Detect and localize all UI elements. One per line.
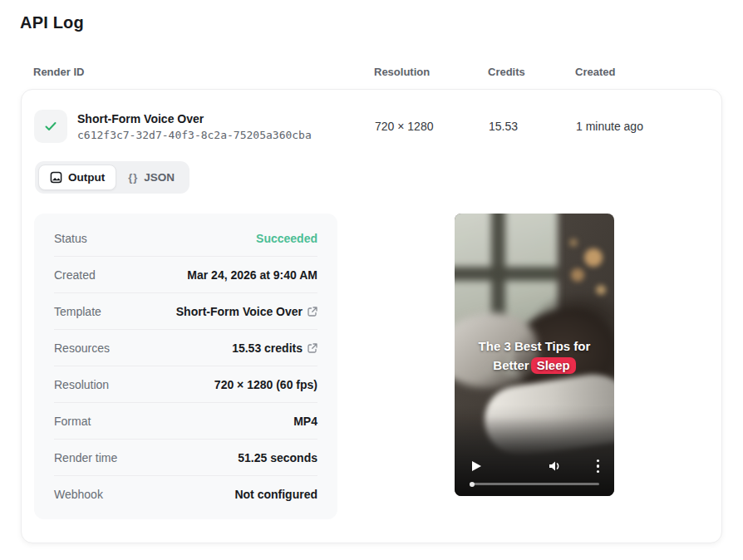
bokeh-light [571,268,584,282]
output-json-tab-group: Output {} JSON [35,161,189,194]
render-uuid: c612f3c7-32d7-40f3-8c2a-75205a360cba [77,129,312,141]
video-player[interactable]: The 3 Best Tips for BetterSleep [455,214,614,496]
detail-value: 720 × 1280 (60 fps) [214,378,317,391]
bokeh-light [584,248,603,267]
check-icon [43,119,58,134]
caption-prefix: Better [493,358,529,372]
detail-label: Status [54,232,87,245]
bokeh-light [569,238,578,247]
detail-label: Render time [54,451,117,464]
tab-output-label: Output [68,171,105,184]
detail-label: Template [54,305,101,318]
external-link-icon [308,343,317,353]
video-preview-area: The 3 Best Tips for BetterSleep [337,214,709,519]
image-icon [50,171,62,184]
detail-row-template: Template Short-Form Voice Over [54,293,317,330]
column-header-render-id: Render ID [33,66,374,78]
cell-created: 1 minute ago [576,120,709,133]
progress-playhead[interactable] [470,482,475,487]
detail-label: Resources [54,341,110,355]
caption-line-1: The 3 Best Tips for [455,336,614,356]
detail-value: Not configured [234,488,317,501]
column-header-resolution: Resolution [374,66,488,78]
detail-row-webhook: Webhook Not configured [54,476,317,513]
video-caption: The 3 Best Tips for BetterSleep [455,336,614,376]
table-row[interactable]: Short-Form Voice Over c612f3c7-32d7-40f3… [34,110,709,143]
resources-link-label: 15.53 credits [232,341,303,355]
more-options-icon[interactable] [597,459,600,474]
column-header-credits: Credits [488,66,575,78]
api-log-page: API Log Render ID Resolution Credits Cre… [0,0,743,543]
detail-label: Created [54,268,96,282]
play-icon[interactable] [470,459,483,473]
output-content: Status Succeeded Created Mar 24, 2026 at… [34,214,709,519]
detail-row-render-time: Render time 51.25 seconds [54,440,317,476]
braces-icon: {} [128,171,138,184]
cell-credits: 15.53 [489,120,576,133]
template-link[interactable]: Short-Form Voice Over [176,305,317,318]
detail-row-created: Created Mar 24, 2026 at 9:40 AM [54,257,317,293]
render-id-cell: Short-Form Voice Over c612f3c7-32d7-40f3… [34,110,375,143]
render-name: Short-Form Voice Over [77,112,312,125]
detail-value: 51.25 seconds [238,451,317,464]
detail-value: MP4 [293,415,317,428]
detail-row-resources: Resources 15.53 credits [54,330,317,366]
detail-label: Webhook [54,488,103,501]
template-link-label: Short-Form Voice Over [176,305,303,318]
tab-json[interactable]: {} JSON [116,165,186,190]
video-progress-bar[interactable] [470,483,599,485]
render-status-badge [34,110,67,143]
table-header-row: Render ID Resolution Credits Created [21,66,723,78]
cell-resolution: 720 × 1280 [375,120,489,133]
tab-output[interactable]: Output [38,165,116,190]
bokeh-light [596,285,606,295]
page-title: API Log [20,13,723,32]
detail-row-format: Format MP4 [54,403,317,440]
column-header-created: Created [575,66,711,78]
status-value: Succeeded [256,232,317,245]
caption-line-2: BetterSleep [455,356,614,375]
caption-highlight: Sleep [531,357,576,374]
detail-value: Mar 24, 2026 at 9:40 AM [187,268,317,282]
render-log-card: Short-Form Voice Over c612f3c7-32d7-40f3… [21,89,722,543]
detail-label: Resolution [54,378,109,391]
render-title-block: Short-Form Voice Over c612f3c7-32d7-40f3… [77,112,312,141]
detail-label: Format [54,415,91,428]
detail-row-resolution: Resolution 720 × 1280 (60 fps) [54,366,317,403]
volume-icon[interactable] [548,459,563,473]
render-details-panel: Status Succeeded Created Mar 24, 2026 at… [34,214,337,519]
resources-link[interactable]: 15.53 credits [232,341,317,355]
external-link-icon [308,307,317,317]
detail-row-status: Status Succeeded [54,220,317,257]
video-controls [455,459,614,474]
tab-json-label: JSON [144,171,175,184]
